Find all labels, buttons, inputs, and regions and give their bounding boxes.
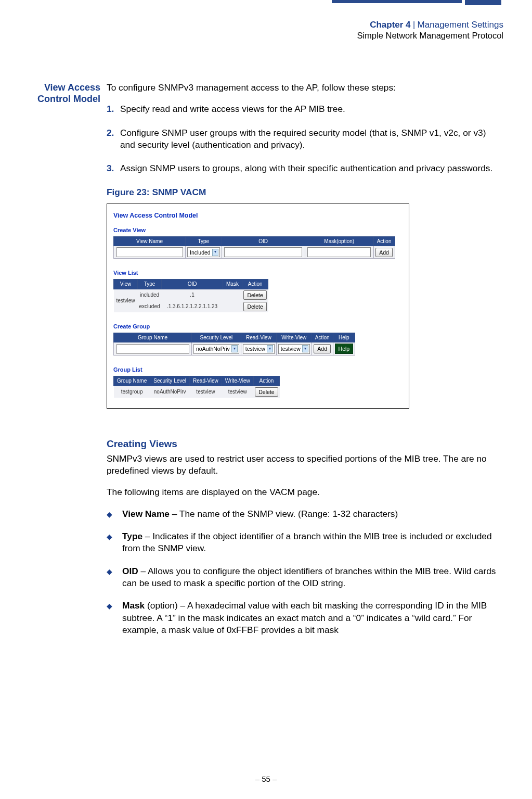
type-select-value: Included (190, 249, 211, 256)
diamond-bullet-icon: ◆ (107, 508, 122, 520)
gl-col-write: Write-View (222, 376, 253, 386)
bullet-text: Mask (option) – A hexadecimal value with… (122, 600, 503, 636)
group-list-table: Group Name Security Level Read-View Writ… (113, 376, 280, 398)
cv-bullet-list: ◆ View Name – The name of the SNMP view.… (107, 508, 503, 637)
list-item: ◆ Mask (option) – A hexadecimal value wi… (107, 600, 503, 636)
mask-input[interactable] (307, 247, 371, 257)
col-type: Type (186, 236, 222, 246)
step-text: Assign SNMP users to groups, along with … (120, 162, 503, 174)
add-button[interactable]: Add (314, 344, 331, 353)
vl-col-action: Action (242, 280, 268, 289)
step-item: 2. Configure SNMP user groups with the r… (107, 127, 503, 151)
create-group-table: Group Name Security Level Read-View Writ… (113, 333, 355, 356)
write-view-select[interactable]: testview ▾ (278, 344, 310, 354)
read-view-select[interactable]: testview ▾ (243, 344, 275, 354)
oid-input[interactable] (224, 247, 302, 257)
vl-type: included (138, 289, 162, 301)
chevron-down-icon: ▾ (302, 345, 308, 352)
steps-list: 1. Specify read and write access views f… (107, 103, 503, 174)
chevron-down-icon: ▾ (267, 345, 273, 352)
vl-oid: .1 (162, 289, 223, 301)
vl-col-view: View (114, 280, 138, 289)
gl-read: testview (190, 386, 222, 398)
table-row: testview included .1 Delete (114, 289, 268, 301)
intro-text: To configure SNMPv3 management access to… (107, 82, 503, 94)
gl-sec: noAuthNoPirv (150, 386, 190, 398)
step-number: 1. (107, 103, 120, 115)
gl-col-sec: Security Level (150, 376, 190, 386)
create-view-title: Create View (113, 226, 403, 234)
delete-button[interactable]: Delete (243, 290, 266, 300)
chevron-down-icon: ▾ (231, 345, 238, 352)
chapter-label: Chapter 4 (370, 20, 410, 30)
table-row: testgroup noAuthNoPirv testview testview… (114, 386, 280, 398)
cv-paragraph-1: SNMPv3 views are used to restrict user a… (107, 453, 503, 477)
side-heading: View Access Control Model (18, 82, 107, 646)
add-button[interactable]: Add (375, 248, 393, 257)
group-list-title: Group List (113, 366, 403, 374)
write-view-value: testview (281, 345, 301, 352)
list-item: ◆ OID – Allows you to configure the obje… (107, 565, 503, 590)
diamond-bullet-icon: ◆ (107, 565, 122, 590)
vl-type: excluded (138, 301, 162, 312)
vl-col-type: Type (138, 280, 162, 289)
col-oid: OID (222, 236, 305, 246)
cg-col-help: Help (333, 333, 355, 343)
vl-mask (223, 289, 242, 301)
col-view-name: View Name (114, 236, 186, 246)
create-group-title: Create Group (113, 323, 403, 331)
step-text: Specify read and write access views for … (120, 103, 503, 115)
vl-col-mask: Mask (223, 280, 242, 289)
create-view-table: View Name Type OID Mask(option) Action I… (113, 236, 395, 259)
step-item: 1. Specify read and write access views f… (107, 103, 503, 115)
chevron-down-icon: ▾ (212, 249, 218, 256)
running-header: Chapter 4 | Management Settings Simple N… (18, 19, 503, 41)
delete-button[interactable]: Delete (255, 387, 278, 397)
help-button[interactable]: Help (335, 344, 354, 354)
security-level-value: noAuthNoPriv (196, 345, 230, 352)
gl-write: testview (222, 386, 253, 398)
cg-col-read: Read-View (241, 333, 276, 343)
view-name-input[interactable] (116, 247, 183, 257)
gl-col-group: Group Name (114, 376, 150, 386)
cg-col-write: Write-View (276, 333, 312, 343)
list-item: ◆ View Name – The name of the SNMP view.… (107, 508, 503, 520)
vl-view: testview (114, 289, 138, 312)
cv-paragraph-2: The following items are displayed on the… (107, 486, 503, 498)
bullet-text: View Name – The name of the SNMP view. (… (122, 508, 503, 520)
col-mask: Mask(option) (305, 236, 373, 246)
chapter-name: Management Settings (418, 20, 503, 30)
view-list-table: View Type OID Mask Action testview inclu… (113, 279, 268, 312)
cg-col-sec: Security Level (192, 333, 241, 343)
cg-col-group: Group Name (114, 333, 192, 343)
section-name: Simple Network Management Protocol (18, 30, 503, 41)
read-view-value: testview (245, 345, 265, 352)
group-name-input[interactable] (116, 344, 189, 354)
vl-col-oid: OID (162, 280, 223, 289)
gl-group: testgroup (114, 386, 150, 398)
type-select[interactable]: Included ▾ (187, 247, 220, 257)
creating-views-heading: Creating Views (107, 437, 503, 451)
list-item: ◆ Type – Indicates if the object identif… (107, 530, 503, 555)
diamond-bullet-icon: ◆ (107, 530, 122, 555)
figure-caption: Figure 23: SNMP VACM (107, 186, 503, 198)
vl-mask (223, 301, 242, 312)
step-number: 3. (107, 162, 120, 174)
panel-title: View Access Control Model (113, 211, 403, 220)
step-item: 3. Assign SNMP users to groups, along wi… (107, 162, 503, 174)
step-number: 2. (107, 127, 120, 151)
page-footer: – 55 – (0, 775, 532, 783)
col-action: Action (373, 236, 395, 246)
header-separator: | (411, 20, 418, 29)
diamond-bullet-icon: ◆ (107, 600, 122, 636)
bullet-text: Type – Indicates if the object identifie… (122, 530, 503, 555)
gl-col-action: Action (253, 376, 279, 386)
step-text: Configure SNMP user groups with the requ… (120, 127, 503, 151)
delete-button[interactable]: Delete (243, 302, 266, 311)
cg-col-action: Action (312, 333, 333, 343)
figure-snmp-vacm: View Access Control Model Create View Vi… (107, 204, 409, 409)
bullet-text: OID – Allows you to configure the object… (122, 565, 503, 590)
header-accent (332, 0, 503, 10)
security-level-select[interactable]: noAuthNoPriv ▾ (193, 344, 239, 354)
vl-oid: .1.3.6.1.2.1.2.2.1.1.23 (162, 301, 223, 312)
